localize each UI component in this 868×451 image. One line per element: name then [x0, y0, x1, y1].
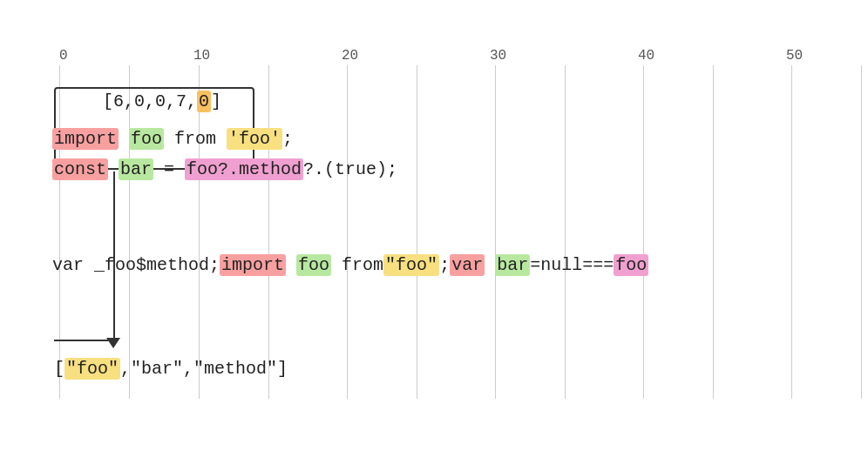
vline-35 [565, 65, 566, 399]
hl-zero: 0 [197, 91, 211, 112]
from-2: from [342, 255, 383, 275]
arrow-head [106, 338, 120, 348]
vline-45 [713, 65, 714, 399]
hl-foo-method: foo?.method [185, 158, 303, 180]
ruler-label-40: 40 [638, 48, 654, 64]
vline-25 [417, 65, 417, 399]
vline-30 [495, 65, 496, 399]
num-array-line: [6,0,0,7,0] [103, 91, 221, 111]
vline-10 [199, 65, 200, 399]
hl-foo-1: foo [129, 128, 164, 150]
output-array: ["foo","bar","method"] [54, 359, 288, 379]
hl-foo-string-2: "foo" [383, 254, 439, 276]
ruler-label-50: 50 [786, 48, 803, 64]
hl-bar-2: bar [495, 254, 530, 276]
code-line-1: import foo from 'foo'; [52, 129, 293, 149]
vline-5 [129, 65, 130, 399]
code-line-2: const bar = foo?.method?.(true); [52, 159, 397, 179]
vline-0 [59, 65, 60, 399]
ruler-label-10: 10 [193, 48, 210, 64]
vline-50 [791, 65, 792, 399]
vline-40 [643, 65, 644, 399]
ruler-label-30: 30 [490, 48, 506, 64]
main-container: 0 10 20 30 40 50 [6,0,0,7,0] import foo … [0, 0, 868, 451]
hl-import-1: import [52, 128, 119, 150]
hl-const: const [52, 158, 108, 180]
hl-bar: bar [119, 158, 153, 180]
hl-import-2: import [220, 254, 286, 276]
ruler-label-20: 20 [342, 48, 358, 64]
hl-foo-output: "foo" [64, 358, 120, 380]
ruler-label-0: 0 [59, 48, 68, 64]
hl-foo-2: foo [296, 254, 331, 276]
hl-var: var [450, 254, 485, 276]
vline-15 [268, 65, 269, 399]
vline-20 [347, 65, 348, 399]
code-line-compiled: var _foo$method;import foo from"foo";var… [52, 255, 648, 275]
hl-foo-string-1: 'foo' [227, 128, 282, 150]
from-1: from [174, 129, 216, 149]
hl-foo-3: foo [614, 254, 648, 276]
vline-55 [861, 65, 862, 399]
